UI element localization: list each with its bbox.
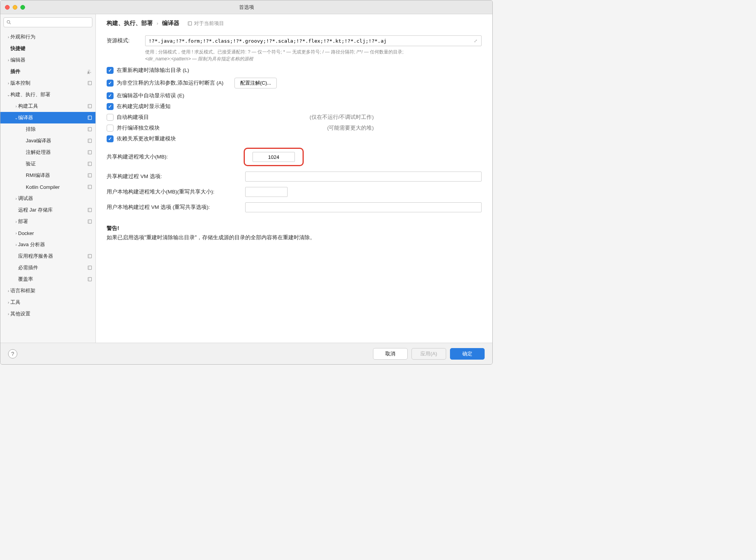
checkbox-show-notification[interactable] (107, 103, 114, 110)
warning-block: 警告! 如果已启用选项"重建时清除输出目录"，存储生成源的目录的全部内容将在重建… (107, 224, 482, 242)
sidebar-item-label: 编译器 (18, 114, 85, 121)
chevron-icon: › (14, 231, 18, 235)
svg-rect-23 (88, 220, 91, 223)
chevron-icon: › (7, 289, 10, 293)
svg-rect-9 (88, 127, 91, 131)
sidebar-item[interactable]: 插件文 (0, 66, 95, 77)
sidebar-item[interactable]: 应用程序服务器 (0, 250, 95, 262)
sidebar-item[interactable]: ›Docker (0, 227, 95, 239)
sidebar-item[interactable]: ›构建工具 (0, 100, 95, 112)
checkbox-runtime-assert[interactable] (107, 80, 114, 87)
checkbox-auto-build[interactable] (107, 114, 114, 121)
close-icon[interactable] (5, 5, 10, 10)
sidebar-item-label: 外观和行为 (10, 33, 92, 40)
sidebar-item-label: 部署 (18, 218, 85, 225)
sidebar-item-label: 调试器 (18, 195, 92, 202)
svg-rect-13 (88, 150, 91, 154)
search-input[interactable] (13, 20, 90, 25)
svg-rect-10 (89, 127, 92, 131)
resource-pattern-field[interactable]: ⤢ (145, 35, 482, 46)
svg-rect-16 (89, 162, 92, 165)
help-button[interactable]: ? (8, 349, 17, 358)
footer: ? 取消 应用(A) 确定 (0, 343, 492, 364)
sidebar-item-label: 验证 (26, 160, 85, 167)
sidebar-item[interactable]: ›其他设置 (0, 308, 95, 320)
configure-annotations-button[interactable]: 配置注解(C)... (234, 78, 277, 88)
user-vm-opts-label: 用户本地构建过程 VM 选项 (重写共享选项): (107, 204, 245, 211)
sidebar-item[interactable]: 覆盖率 (0, 273, 95, 285)
sidebar-item[interactable]: ⌄编译器 (0, 112, 95, 123)
ok-button[interactable]: 确定 (450, 348, 485, 360)
shared-vm-opts-input[interactable] (245, 172, 482, 182)
sidebar-item[interactable]: 排除 (0, 123, 95, 135)
sidebar-item-label: 其他设置 (10, 310, 92, 317)
sidebar-item[interactable]: ›版本控制 (0, 77, 95, 89)
sidebar-item[interactable]: ›Java 分析器 (0, 239, 95, 250)
chevron-icon: › (14, 104, 18, 108)
main-panel: 构建、执行、部署 › 编译器 对于当前项目 资源模式: ⤢ (96, 14, 492, 343)
sidebar-item[interactable]: Java编译器 (0, 135, 95, 147)
chevron-icon: › (14, 197, 18, 201)
sidebar-item[interactable]: 验证 (0, 158, 95, 170)
project-icon (87, 253, 92, 259)
shared-vm-opts-label: 共享构建过程 VM 选项: (107, 173, 245, 180)
warning-body: 如果已启用选项"重建时清除输出目录"，存储生成源的目录的全部内容将在重建时清除。 (107, 233, 482, 242)
sidebar-item-label: 覆盖率 (18, 276, 85, 283)
project-icon (87, 219, 92, 224)
expand-icon[interactable]: ⤢ (473, 38, 478, 44)
cancel-button[interactable]: 取消 (373, 348, 408, 360)
breadcrumb-parent: 构建、执行、部署 (107, 20, 153, 27)
sidebar-item-label: 构建、执行、部署 (10, 91, 92, 98)
body: ›外观和行为快捷键›编辑器插件文›版本控制⌄构建、执行、部署›构建工具⌄编译器排… (0, 14, 492, 343)
checkbox-clear-output[interactable] (107, 67, 114, 74)
window-controls (5, 5, 25, 10)
svg-point-0 (7, 20, 10, 23)
sidebar-item[interactable]: ›部署 (0, 216, 95, 227)
sidebar-item[interactable]: 注解处理器 (0, 147, 95, 158)
svg-rect-32 (189, 22, 192, 25)
sidebar-item[interactable]: ›语言和框架 (0, 285, 95, 297)
user-heap-input[interactable] (245, 187, 288, 197)
apply-button[interactable]: 应用(A) (411, 348, 446, 360)
sidebar-item[interactable]: ›工具 (0, 297, 95, 308)
sidebar-item[interactable]: Kotlin Compiler (0, 181, 95, 193)
sidebar-item[interactable]: 必需插件 (0, 262, 95, 273)
user-vm-opts-input[interactable] (245, 202, 482, 212)
sidebar: ›外观和行为快捷键›编辑器插件文›版本控制⌄构建、执行、部署›构建工具⌄编译器排… (0, 14, 96, 343)
sidebar-item[interactable]: ›调试器 (0, 193, 95, 204)
sidebar-item-label: 工具 (10, 299, 92, 306)
svg-rect-31 (188, 22, 191, 25)
breadcrumb: 构建、执行、部署 › 编译器 (107, 20, 179, 27)
checkbox-rebuild-deps[interactable] (107, 135, 114, 142)
sidebar-item[interactable]: RMI编译器 (0, 170, 95, 181)
svg-rect-27 (88, 266, 91, 269)
svg-rect-11 (88, 139, 91, 142)
minimize-icon[interactable] (13, 5, 17, 10)
breadcrumb-current: 编译器 (162, 20, 179, 27)
chevron-icon: ⌄ (14, 116, 18, 120)
chevron-icon: › (7, 81, 10, 85)
project-icon (87, 161, 92, 167)
sidebar-item[interactable]: 快捷键 (0, 43, 95, 54)
sidebar-item[interactable]: ›编辑器 (0, 54, 95, 66)
svg-rect-18 (89, 173, 92, 177)
sidebar-item[interactable]: ›外观和行为 (0, 31, 95, 43)
warning-title: 警告! (107, 224, 482, 233)
checkbox-show-errors[interactable] (107, 92, 114, 99)
project-icon (87, 173, 92, 178)
sidebar-item[interactable]: 远程 Jar 存储库 (0, 204, 95, 216)
shared-heap-input[interactable] (253, 152, 295, 162)
main-header: 构建、执行、部署 › 编译器 对于当前项目 (96, 14, 492, 31)
search-icon (6, 20, 12, 25)
zoom-icon[interactable] (20, 5, 25, 10)
search-field[interactable] (3, 17, 92, 27)
window-title: 首选项 (0, 4, 492, 11)
svg-rect-22 (89, 208, 92, 212)
svg-rect-20 (89, 185, 92, 188)
resource-pattern-input[interactable] (149, 38, 473, 44)
svg-rect-26 (89, 254, 92, 258)
user-heap-label: 用户本地构建进程堆大小(MB)(重写共享大小): (107, 188, 245, 195)
svg-line-1 (10, 23, 11, 24)
sidebar-item[interactable]: ⌄构建、执行、部署 (0, 89, 95, 100)
checkbox-parallel-compile[interactable] (107, 125, 114, 132)
